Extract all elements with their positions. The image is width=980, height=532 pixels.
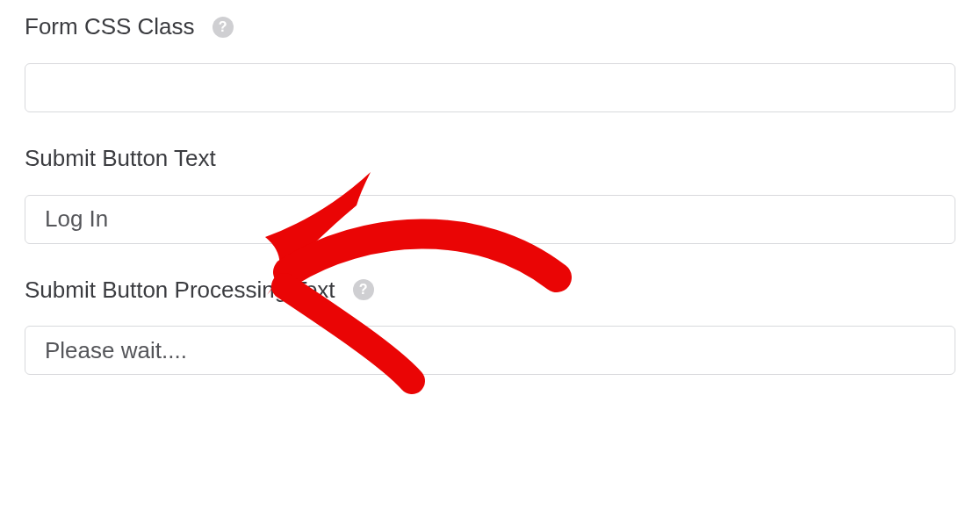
submit-button-processing-text-label: Submit Button Processing Text [25,276,335,306]
submit-button-processing-text-input[interactable] [25,326,955,375]
help-icon[interactable]: ? [353,279,374,300]
form-css-class-field: Form CSS Class ? [25,12,955,112]
submit-button-processing-text-field: Submit Button Processing Text ? [25,276,955,376]
form-css-class-input[interactable] [25,63,955,112]
label-row: Submit Button Text [25,144,955,174]
submit-button-text-input[interactable] [25,195,955,244]
form-css-class-label: Form CSS Class [25,12,195,42]
submit-button-text-field: Submit Button Text [25,144,955,244]
label-row: Form CSS Class ? [25,12,955,42]
submit-button-text-label: Submit Button Text [25,144,216,174]
label-row: Submit Button Processing Text ? [25,276,955,306]
help-icon[interactable]: ? [213,17,234,38]
